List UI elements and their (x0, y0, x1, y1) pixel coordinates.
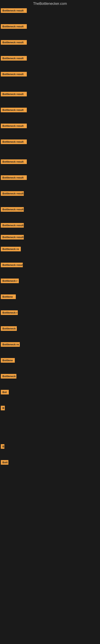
bottleneck-item: Bottleneck (0, 324, 100, 332)
items-container: Bottleneck resultBottleneck resultBottle… (0, 7, 100, 587)
spacer (0, 412, 100, 416)
bottleneck-item: Bottleneck result (0, 22, 100, 30)
spacer (0, 301, 100, 305)
site-title-container: TheBottlenecker.com (0, 0, 100, 7)
spacer (0, 46, 100, 50)
spacer (0, 82, 100, 86)
bottleneck-item: Bottleneck result (0, 233, 100, 241)
spacer (0, 202, 100, 206)
bottleneck-item: Bottleneck result (0, 70, 100, 78)
spacer (0, 229, 100, 233)
bottleneck-result-label[interactable]: B (1, 444, 4, 449)
bottleneck-item: Bottlene (0, 293, 100, 301)
spacer (0, 130, 100, 134)
bottleneck-item: Bott (0, 458, 100, 466)
bottleneck-result-label[interactable]: Bottlene (1, 294, 16, 299)
bottleneck-result-label[interactable]: Bottleneck result (1, 207, 24, 212)
spacer (0, 305, 100, 309)
bottleneck-result-label[interactable]: Bottleneck result (1, 56, 27, 60)
bottleneck-result-label[interactable]: Bottleneck r (1, 278, 19, 283)
spacer (0, 217, 100, 222)
spacer (0, 18, 100, 22)
spacer (0, 14, 100, 18)
bottleneck-item: Bottleneck (0, 372, 100, 380)
bottleneck-result-label[interactable]: Bottleneck result (1, 191, 24, 196)
bottleneck-result-label[interactable]: Bottleneck result (1, 72, 27, 76)
bottleneck-result-label[interactable]: Bottlene (1, 358, 15, 363)
bottleneck-result-label[interactable]: Bottleneck (1, 326, 17, 331)
spacer (0, 66, 100, 70)
bottleneck-result-label[interactable]: Bottleneck r (1, 310, 18, 315)
spacer (0, 102, 100, 106)
bottleneck-item: Bottleneck result (0, 7, 100, 14)
spacer (0, 134, 100, 138)
spacer (0, 213, 100, 217)
bottleneck-item: Bottleneck result (0, 261, 100, 269)
bottleneck-result-label[interactable]: Bottleneck result (1, 92, 27, 96)
bottleneck-item: Bottleneck result (0, 158, 100, 166)
spacer (0, 416, 100, 420)
spacer (0, 438, 100, 442)
spacer (0, 316, 100, 320)
spacer (0, 332, 100, 336)
spacer (0, 50, 100, 54)
spacer (0, 450, 100, 454)
spacer (0, 396, 100, 400)
spacer (0, 289, 100, 293)
spacer (0, 154, 100, 158)
spacer (0, 170, 100, 174)
spacer (0, 182, 100, 186)
spacer (0, 118, 100, 122)
bottleneck-item: B (0, 442, 100, 450)
spacer (0, 34, 100, 38)
spacer (0, 336, 100, 340)
spacer (0, 400, 100, 404)
spacer (0, 285, 100, 289)
spacer (0, 348, 100, 352)
spacer (0, 352, 100, 356)
bottleneck-result-label[interactable]: Bottleneck result (1, 8, 27, 13)
site-title: TheBottlenecker.com (0, 0, 100, 7)
spacer (0, 420, 100, 424)
bottleneck-item (0, 424, 100, 430)
spacer (0, 430, 100, 434)
spacer (0, 186, 100, 190)
bottleneck-result-label[interactable]: Bottleneck result (1, 235, 24, 240)
bottleneck-item: Bottleneck result (0, 222, 100, 229)
bottleneck-result-label[interactable]: Bot (1, 390, 9, 394)
bottleneck-item: Bottleneck result (0, 138, 100, 146)
bottleneck-result-label[interactable]: Bottleneck re (1, 342, 20, 347)
spacer (0, 241, 100, 245)
bottleneck-item: Bot (0, 388, 100, 396)
spacer (0, 257, 100, 261)
bottleneck-result-label[interactable]: Bottleneck result (1, 160, 27, 164)
bottleneck-result-label[interactable]: Bott (1, 460, 8, 465)
bottleneck-item: Bottleneck result (0, 54, 100, 62)
spacer (0, 62, 100, 66)
bottleneck-result-label[interactable]: Bottleneck result (1, 124, 27, 128)
bottleneck-item: Bottleneck re (0, 340, 100, 348)
spacer (0, 253, 100, 257)
bottleneck-item: Bottleneck result (0, 190, 100, 198)
bottleneck-item: Bottleneck r (0, 277, 100, 285)
bottleneck-result-label[interactable]: Bottleneck result (1, 40, 27, 45)
bottleneck-result-label[interactable]: Bottleneck result (1, 223, 24, 228)
bottleneck-result-label[interactable]: Bottleneck result (1, 175, 27, 180)
bottleneck-result-label[interactable]: Bottleneck (1, 374, 16, 378)
bottleneck-item: Bottleneck result (0, 38, 100, 46)
bottleneck-item: B (0, 404, 100, 412)
bottleneck-item: Bottleneck r (0, 309, 100, 316)
spacer (0, 146, 100, 150)
bottleneck-result-label[interactable]: B (1, 406, 5, 410)
bottleneck-result-label[interactable]: Bottleneck result (1, 24, 27, 29)
bottleneck-item: Bottleneck result (0, 90, 100, 98)
bottleneck-result-label[interactable]: Bottleneck result (1, 263, 23, 267)
spacer (0, 368, 100, 372)
bottleneck-result-label[interactable]: Bottleneck re (1, 247, 21, 251)
bottleneck-item: Bottleneck result (0, 174, 100, 182)
bottleneck-item: Bottleneck re (0, 245, 100, 253)
spacer (0, 166, 100, 170)
bottleneck-result-label[interactable]: Bottleneck result (1, 108, 27, 112)
spacer (0, 380, 100, 384)
bottleneck-result-label[interactable]: Bottleneck result (1, 140, 27, 144)
